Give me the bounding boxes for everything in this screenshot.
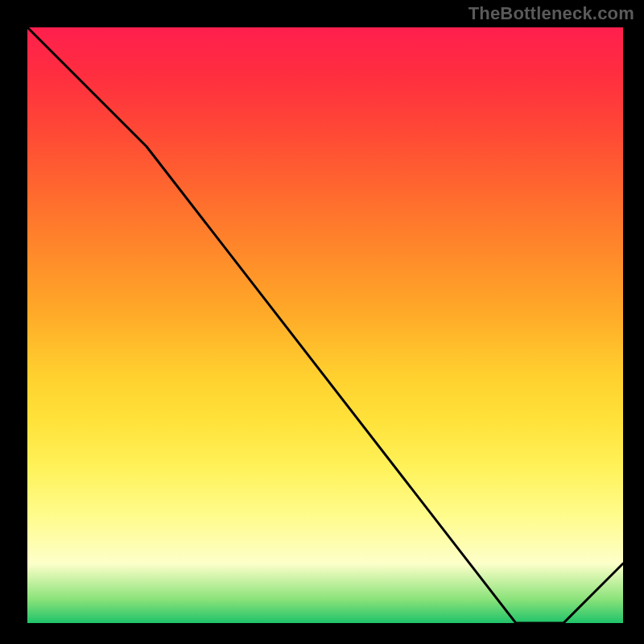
watermark-label: TheBottleneck.com <box>469 3 634 24</box>
bottleneck-curve <box>27 27 623 623</box>
plot-area <box>24 24 626 626</box>
curve-layer <box>27 27 623 623</box>
chart-container: TheBottleneck.com <box>0 0 644 644</box>
